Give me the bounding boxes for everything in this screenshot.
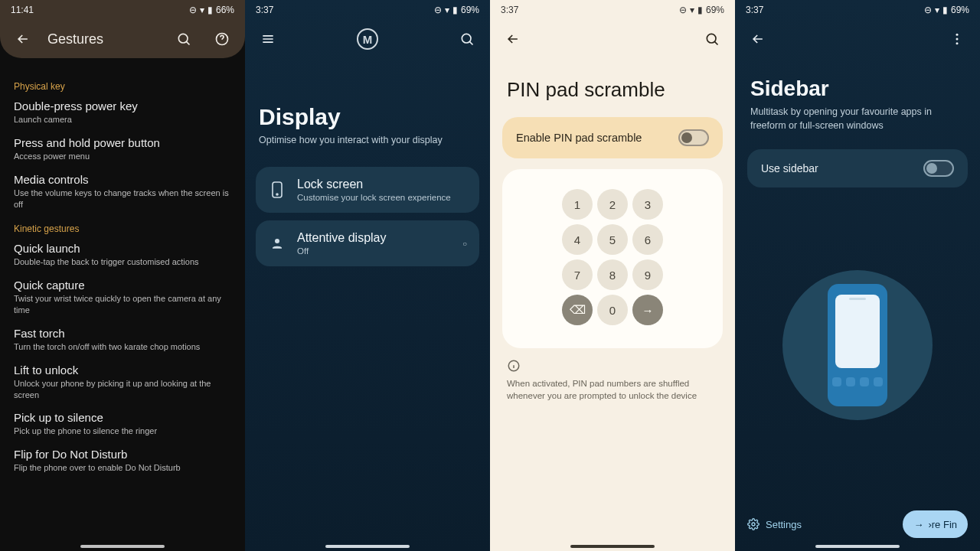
page-subtitle: Multitask by opening your favourite apps… (750, 106, 965, 132)
wifi-icon: ▾ (690, 5, 694, 15)
battery-pct: 66% (216, 5, 234, 15)
setting-double-press-power[interactable]: Double-press power key Launch camera (14, 99, 231, 126)
appbar: M (245, 20, 490, 58)
nav-bar[interactable] (80, 545, 165, 548)
setting-pick-up-silence[interactable]: Pick up to silence Pick up the phone to … (14, 411, 231, 437)
setting-quick-launch[interactable]: Quick launch Double-tap the back to trig… (14, 242, 231, 268)
help-button[interactable] (208, 25, 236, 53)
search-button[interactable] (170, 25, 198, 53)
settings-link[interactable]: Settings (747, 518, 802, 530)
arrow-right-icon: → (913, 519, 923, 530)
key-5: 5 (597, 224, 628, 255)
menu-button[interactable] (254, 25, 282, 53)
svg-point-10 (956, 42, 959, 44)
key-enter: → (632, 295, 663, 325)
motorola-logo: M (357, 28, 378, 50)
phone-illustration (828, 284, 887, 406)
svg-point-0 (178, 34, 188, 43)
key-2: 2 (597, 189, 628, 220)
back-button[interactable] (744, 25, 772, 53)
setting-lift-unlock[interactable]: Lift to unlock Unlock your phone by pick… (14, 364, 231, 401)
use-sidebar-toggle[interactable]: Use sidebar (747, 149, 968, 187)
status-bar: 3:37 ⊖ ▾ ▮ 69% (735, 0, 980, 20)
section-header-kinetic: Kinetic gestures (14, 223, 231, 234)
setting-quick-capture[interactable]: Quick capture Twist your wrist twice qui… (14, 279, 231, 316)
enable-scramble-toggle[interactable]: Enable PIN pad scramble (502, 117, 723, 158)
svg-point-6 (707, 34, 716, 43)
battery-icon: ▮ (697, 5, 703, 15)
setting-media-controls[interactable]: Media controls Use the volume keys to ch… (14, 173, 231, 210)
svg-point-11 (752, 523, 755, 526)
battery-icon: ▮ (942, 5, 948, 15)
info-icon (490, 348, 735, 377)
page-title: Gestures (47, 31, 103, 47)
battery-pct: 69% (461, 5, 479, 15)
status-bar: 3:37 ⊖ ▾ ▮ 69% (245, 0, 490, 20)
appbar (735, 20, 980, 58)
back-button[interactable] (499, 25, 527, 53)
page-header: Display Optimise how you interact with y… (245, 58, 490, 153)
page-title: PIN pad scramble (490, 58, 735, 117)
status-bar: 3:37 ⊖ ▾ ▮ 69% (490, 0, 735, 20)
pin-scramble-panel: 3:37 ⊖ ▾ ▮ 69% PIN pad scramble Enable P… (490, 0, 735, 551)
key-6: 6 (632, 224, 663, 255)
setting-hold-power[interactable]: Press and hold power button Access power… (14, 136, 231, 162)
keypad-preview: 1 2 3 4 5 6 7 8 9 ⌫ 0 → (502, 169, 723, 348)
wifi-icon: ▾ (200, 5, 204, 15)
status-time: 3:37 (501, 5, 679, 15)
key-9: 9 (632, 259, 663, 290)
phone-icon (268, 181, 286, 198)
nav-bar[interactable] (325, 545, 410, 548)
svg-point-9 (956, 38, 959, 41)
page-subtitle: Optimise how you interact with your disp… (259, 135, 476, 145)
key-0: 0 (597, 295, 628, 325)
dnd-icon: ⊖ (434, 5, 442, 15)
row-lock-screen[interactable]: Lock screen Customise your lock screen e… (256, 167, 479, 213)
key-3: 3 (632, 189, 663, 220)
toolbar: Gestures (0, 20, 245, 58)
battery-icon: ▮ (207, 5, 213, 15)
status-time: 3:37 (256, 5, 434, 15)
key-4: 4 (562, 224, 593, 255)
search-button[interactable] (453, 25, 481, 53)
page-title: Display (259, 104, 476, 130)
search-button[interactable] (698, 25, 726, 53)
page-title: Sidebar (750, 77, 965, 101)
illustration (735, 187, 980, 502)
status-time: 11:41 (11, 5, 189, 15)
setting-fast-torch[interactable]: Fast torch Turn the torch on/off with tw… (14, 327, 231, 353)
dnd-icon: ⊖ (924, 5, 932, 15)
gear-icon (747, 518, 760, 530)
switch-off-icon[interactable] (923, 160, 954, 177)
dnd-icon: ⊖ (189, 5, 197, 15)
row-attentive-display[interactable]: Attentive display Off ○ (256, 220, 479, 266)
appbar (490, 20, 735, 58)
status-time: 3:37 (746, 5, 924, 15)
svg-point-4 (276, 194, 278, 195)
nav-bar[interactable] (570, 545, 655, 548)
gestures-panel: 11:41 ⊖ ▾ ▮ 66% Gestures Physical key Do… (0, 0, 245, 551)
bottom-bar: Settings → ›re Fin (735, 502, 980, 551)
key-7: 7 (562, 259, 593, 290)
battery-pct: 69% (951, 5, 969, 15)
battery-pct: 69% (706, 5, 724, 15)
more-button[interactable] (943, 25, 971, 53)
section-header-physical: Physical key (14, 81, 231, 92)
key-backspace: ⌫ (562, 295, 593, 325)
key-8: 8 (597, 259, 628, 290)
battery-icon: ▮ (452, 5, 458, 15)
nav-bar[interactable] (815, 545, 900, 548)
setting-flip-dnd[interactable]: Flip for Do Not Disturb Flip the phone o… (14, 448, 231, 474)
svg-point-8 (956, 34, 959, 36)
switch-off-icon[interactable] (678, 129, 709, 146)
finish-button[interactable]: → ›re Fin (903, 510, 968, 538)
wifi-icon: ▾ (935, 5, 939, 15)
sidebar-panel: 3:37 ⊖ ▾ ▮ 69% Sidebar Multitask by open… (735, 0, 980, 551)
status-bar: 11:41 ⊖ ▾ ▮ 66% (0, 0, 245, 20)
radio-off-icon: ○ (462, 240, 467, 248)
info-text: When activated, PIN pad numbers are shuf… (490, 377, 735, 402)
back-button[interactable] (9, 25, 37, 53)
svg-point-5 (275, 239, 279, 243)
display-panel: 3:37 ⊖ ▾ ▮ 69% M Display Optimise how yo… (245, 0, 490, 551)
page-header: Sidebar Multitask by opening your favour… (735, 58, 980, 139)
